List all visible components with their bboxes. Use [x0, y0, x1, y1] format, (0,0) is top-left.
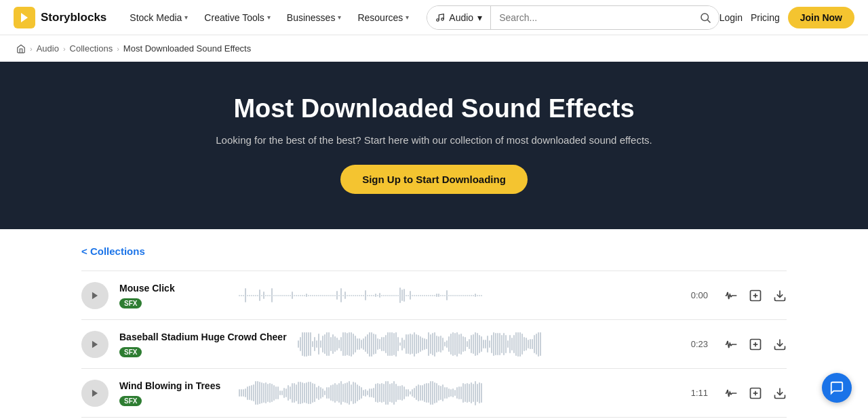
main-content: < Collections Mouse Click SFX 0:00 Baseb…: [0, 229, 868, 419]
waveform-icon-button[interactable]: [724, 289, 738, 302]
search-bar: Audio ▾: [427, 5, 719, 30]
track-list: Mouse Click SFX 0:00 Baseball Stadium Hu…: [81, 271, 787, 419]
logo[interactable]: Storyblocks: [14, 7, 106, 28]
waveform[interactable]: [298, 331, 673, 358]
audio-icon: [435, 13, 445, 22]
track-actions: [724, 386, 787, 400]
hero-subtitle: Looking for the best of the best? Start …: [14, 134, 854, 146]
play-button[interactable]: [81, 282, 108, 309]
track-row: Baseball Stadium Huge Crowd Cheer SFX 0:…: [81, 320, 787, 369]
track-name: Mouse Click: [119, 283, 228, 294]
waveform-icon-button[interactable]: [724, 338, 738, 351]
svg-point-2: [441, 18, 444, 20]
breadcrumb: › Audio › Collections › Most Downloaded …: [0, 35, 868, 62]
chevron-down-icon: ▾: [477, 12, 482, 23]
track-badge: SFX: [119, 396, 142, 406]
nav-businesses[interactable]: Businesses ▾: [280, 8, 349, 27]
chevron-down-icon: ▾: [406, 14, 409, 21]
login-link[interactable]: Login: [719, 12, 743, 23]
add-to-collection-button[interactable]: [749, 338, 762, 351]
download-button[interactable]: [773, 386, 787, 400]
download-button[interactable]: [773, 338, 787, 351]
download-button[interactable]: [773, 289, 787, 302]
svg-marker-0: [21, 13, 28, 22]
track-badge: SFX: [119, 347, 142, 357]
track-info: Mouse Click SFX: [119, 283, 228, 308]
track-actions: [724, 338, 787, 351]
svg-line-4: [707, 20, 710, 22]
waveform-icon-button[interactable]: [724, 386, 738, 400]
track-badge: SFX: [119, 298, 142, 308]
track-row: Wind Blowing in Trees SFX 1:11: [81, 369, 787, 418]
search-icon: [699, 12, 711, 24]
chevron-down-icon: ▾: [267, 14, 271, 21]
track-name: Wind Blowing in Trees: [119, 380, 228, 391]
signup-cta-button[interactable]: Sign Up to Start Downloading: [340, 165, 528, 194]
chevron-down-icon: ▾: [184, 14, 188, 21]
search-type-selector[interactable]: Audio ▾: [427, 6, 491, 29]
chevron-down-icon: ▾: [338, 14, 341, 21]
track-duration: 0:23: [684, 339, 708, 349]
svg-marker-15: [92, 389, 98, 397]
nav-actions: Login Pricing Join Now: [719, 7, 854, 28]
breadcrumb-current: Most Downloaded Sound Effects: [123, 43, 251, 54]
chat-icon: [829, 380, 844, 395]
svg-point-3: [701, 14, 709, 21]
waveform[interactable]: [239, 282, 673, 309]
track-duration: 0:00: [684, 290, 708, 300]
track-duration: 1:11: [684, 388, 708, 398]
nav-links: Stock Media ▾ Creative Tools ▾ Businesse…: [123, 8, 416, 27]
join-now-button[interactable]: Join Now: [788, 7, 854, 28]
navbar: Storyblocks Stock Media ▾ Creative Tools…: [0, 0, 868, 35]
svg-marker-10: [92, 340, 98, 348]
breadcrumb-collections[interactable]: Collections: [70, 43, 113, 54]
home-icon: [16, 44, 26, 54]
track-info: Baseball Stadium Huge Crowd Cheer SFX: [119, 332, 287, 357]
add-to-collection-button[interactable]: [749, 386, 762, 400]
pricing-link[interactable]: Pricing: [751, 12, 780, 23]
logo-text: Storyblocks: [41, 11, 106, 24]
svg-marker-5: [92, 292, 98, 299]
search-button[interactable]: [692, 6, 719, 29]
track-info: Wind Blowing in Trees SFX: [119, 380, 228, 406]
svg-point-1: [437, 18, 439, 21]
hero-section: Most Downloaded Sound Effects Looking fo…: [0, 62, 868, 229]
waveform[interactable]: [239, 380, 673, 407]
nav-resources[interactable]: Resources ▾: [351, 8, 416, 27]
play-button[interactable]: [81, 331, 108, 358]
track-row: Mouse Click SFX 0:00: [81, 271, 787, 320]
play-button[interactable]: [81, 380, 108, 407]
search-input[interactable]: [491, 12, 692, 23]
track-actions: [724, 289, 787, 302]
add-to-collection-button[interactable]: [749, 289, 762, 302]
logo-icon: [14, 7, 35, 28]
track-name: Baseball Stadium Huge Crowd Cheer: [119, 332, 287, 342]
nav-stock-media[interactable]: Stock Media ▾: [123, 8, 195, 27]
chat-bubble[interactable]: [822, 373, 852, 403]
breadcrumb-audio[interactable]: Audio: [37, 43, 59, 54]
hero-title: Most Downloaded Sound Effects: [14, 94, 854, 123]
collections-back-link[interactable]: < Collections: [81, 245, 145, 257]
nav-creative-tools[interactable]: Creative Tools ▾: [197, 8, 277, 27]
